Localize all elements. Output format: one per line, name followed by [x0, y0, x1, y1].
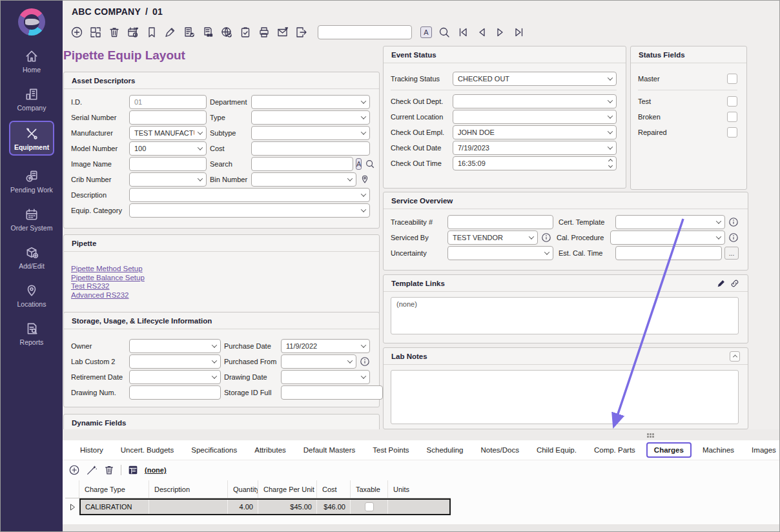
owner-select[interactable] [129, 339, 221, 353]
tab-child-equip[interactable]: Child Equip. [537, 446, 577, 454]
cell-charge-per-unit[interactable]: $45.00 [258, 500, 317, 514]
more-options-button[interactable]: ... [724, 247, 739, 260]
collapse-button[interactable] [730, 351, 740, 362]
test-rs232-link[interactable]: Test RS232 [71, 282, 370, 291]
tab-charges[interactable]: Charges [646, 442, 692, 458]
tab-history[interactable]: History [80, 446, 103, 454]
copy-structure-icon[interactable] [201, 26, 214, 39]
column-header[interactable]: Taxable [351, 480, 388, 498]
asset-search-input[interactable] [251, 157, 353, 171]
check-out-time-spinner[interactable]: 16:35:09 [453, 156, 617, 170]
info-icon[interactable] [728, 217, 739, 227]
uncertainty-select[interactable] [447, 246, 553, 260]
sidebar-item-reports[interactable]: Reports [20, 322, 44, 346]
subtype-select[interactable] [251, 126, 370, 140]
add-row-icon[interactable] [68, 464, 80, 476]
pipette-balance-setup-link[interactable]: Pipette Balance Setup [71, 274, 370, 283]
delete-row-icon[interactable] [103, 464, 115, 476]
manufacturer-select[interactable]: TEST MANUFACTU [129, 126, 207, 140]
match-case-button[interactable]: A [420, 26, 432, 38]
crib-number-select[interactable] [129, 172, 207, 187]
storage-id-full-field[interactable] [281, 385, 383, 400]
cost-field[interactable] [251, 141, 370, 156]
est-cal-time-field[interactable] [615, 246, 722, 260]
column-header[interactable]: Description [149, 480, 228, 498]
cell-taxable[interactable] [351, 500, 388, 514]
last-record-icon[interactable] [513, 26, 526, 39]
edit-pencil-icon[interactable] [716, 278, 726, 289]
sidebar-item-locations[interactable]: Locations [17, 283, 46, 308]
cell-cost[interactable]: $46.00 [317, 500, 351, 514]
cal-procedure-select[interactable] [610, 230, 725, 245]
retirement-date-select[interactable] [129, 370, 221, 384]
broken-checkbox[interactable] [727, 112, 737, 122]
next-record-icon[interactable] [494, 26, 507, 39]
web-sync-icon[interactable] [220, 26, 233, 39]
export-icon[interactable] [295, 26, 308, 39]
selected-row[interactable]: CALIBRATION 4.00 $45.00 $46.00 [79, 498, 451, 515]
info-icon[interactable] [541, 232, 551, 243]
test-checkbox[interactable] [727, 96, 737, 107]
column-header[interactable]: Units [388, 480, 451, 498]
traceability-field[interactable] [447, 215, 553, 229]
tab-machines[interactable]: Machines [703, 446, 734, 454]
lab-notes-content[interactable] [391, 370, 739, 424]
advanced-rs232-link[interactable]: Advanced RS232 [71, 291, 370, 300]
cell-description[interactable] [149, 500, 228, 514]
info-icon[interactable] [360, 356, 370, 367]
row-expander[interactable] [65, 498, 79, 515]
match-case-button[interactable]: A [356, 158, 362, 170]
search-icon[interactable] [365, 159, 375, 169]
sidebar-item-equipment[interactable]: Equipment [9, 121, 54, 156]
sidebar-item-company[interactable]: Company [17, 87, 46, 112]
cell-units[interactable] [388, 500, 449, 514]
cell-quantity[interactable]: 4.00 [228, 500, 258, 514]
repaired-checkbox[interactable] [727, 127, 737, 138]
previous-record-icon[interactable] [475, 26, 488, 39]
map-pin-icon[interactable] [360, 174, 370, 185]
grid-view-icon[interactable] [127, 464, 139, 476]
schedule-icon[interactable] [127, 26, 139, 39]
serial-number-field[interactable] [129, 110, 207, 125]
email-icon[interactable] [276, 26, 289, 39]
edit-icon[interactable] [164, 26, 177, 39]
tab-default-masters[interactable]: Default Masters [303, 446, 356, 454]
column-header[interactable]: Charge Type [79, 480, 149, 498]
table-row[interactable]: CALIBRATION 4.00 $45.00 $46.00 [65, 498, 451, 515]
serviced-by-select[interactable]: TEST VENDOR [447, 230, 538, 245]
sidebar-item-pending-work[interactable]: Pending Work [10, 169, 53, 194]
column-header[interactable]: Cost [317, 480, 351, 498]
lab-custom-2-select[interactable] [129, 354, 221, 369]
type-select[interactable] [251, 110, 370, 125]
modify-row-icon[interactable] [86, 464, 98, 476]
image-name-field[interactable] [129, 157, 207, 171]
description-select[interactable] [129, 188, 370, 202]
id-field[interactable] [129, 95, 207, 109]
cert-template-select[interactable] [615, 215, 725, 229]
equip-category-select[interactable] [129, 203, 370, 218]
add-record-icon[interactable] [70, 26, 83, 39]
info-icon[interactable] [728, 232, 739, 243]
tab-uncert-budgets[interactable]: Uncert. Budgets [121, 446, 174, 454]
tab-images[interactable]: Images [752, 446, 776, 454]
master-checkbox[interactable] [727, 74, 737, 84]
tab-attributes[interactable]: Attributes [254, 446, 286, 454]
tab-comp-parts[interactable]: Comp. Parts [594, 446, 635, 454]
sidebar-item-home[interactable]: Home [23, 49, 41, 74]
drawing-num-field[interactable] [129, 385, 221, 400]
bookmark-icon[interactable] [145, 26, 158, 39]
splitter-handle[interactable] [647, 433, 655, 438]
drawing-date-select[interactable] [281, 370, 370, 384]
link-icon[interactable] [730, 278, 740, 289]
tab-test-points[interactable]: Test Points [373, 446, 409, 454]
tracking-status-select[interactable]: CHECKED OUT [453, 72, 617, 86]
purchased-from-select[interactable] [281, 354, 356, 369]
current-location-select[interactable] [453, 110, 617, 124]
first-record-icon[interactable] [457, 26, 469, 39]
delete-icon[interactable] [108, 26, 121, 39]
tab-specifications[interactable]: Specifications [191, 446, 237, 454]
search-icon[interactable] [438, 26, 451, 39]
check-out-dept-select[interactable] [453, 94, 617, 108]
tab-notes-docs[interactable]: Notes/Docs [480, 446, 518, 454]
model-number-select[interactable]: 100 [129, 141, 207, 156]
